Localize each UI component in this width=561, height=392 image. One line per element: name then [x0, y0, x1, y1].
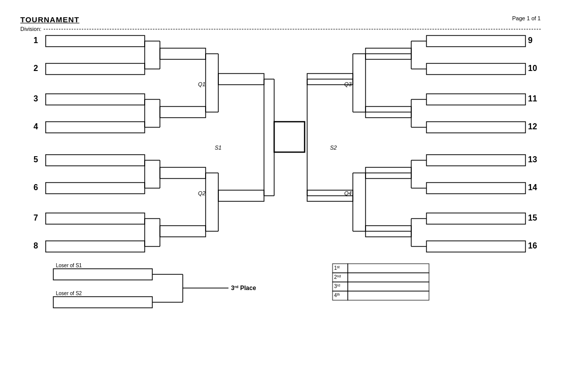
svg-rect-26 — [46, 213, 145, 224]
svg-text:9: 9 — [528, 36, 533, 45]
bracket-svg: 1 2 3 4 5 6 7 8 9 10 11 12 13 14 15 16 Q… — [15, 28, 548, 342]
svg-rect-27 — [46, 241, 145, 252]
svg-text:12: 12 — [528, 122, 537, 131]
svg-text:14: 14 — [528, 183, 537, 192]
svg-text:3rd Place: 3rd Place — [231, 284, 256, 292]
svg-rect-122 — [348, 282, 429, 291]
svg-text:1st: 1st — [334, 265, 340, 271]
svg-text:16: 16 — [528, 241, 537, 250]
svg-rect-8 — [46, 122, 145, 133]
svg-text:5: 5 — [34, 155, 38, 164]
tournament-page: TOURNAMENT Page 1 of 1 Division: — [0, 0, 561, 392]
svg-text:Q3: Q3 — [344, 81, 352, 87]
svg-text:6: 6 — [34, 183, 38, 192]
svg-rect-63 — [426, 155, 525, 166]
svg-text:Q4: Q4 — [344, 190, 352, 196]
svg-rect-70 — [426, 213, 525, 224]
svg-rect-1 — [46, 63, 145, 75]
svg-text:3rd: 3rd — [334, 283, 340, 290]
svg-rect-51 — [426, 122, 525, 133]
svg-text:15: 15 — [528, 213, 537, 222]
svg-rect-42 — [274, 122, 305, 152]
svg-rect-119 — [348, 273, 429, 282]
svg-rect-50 — [426, 94, 525, 105]
svg-rect-13 — [160, 106, 206, 118]
svg-rect-7 — [46, 94, 145, 105]
svg-text:Q1: Q1 — [198, 81, 206, 87]
svg-rect-106 — [53, 269, 152, 280]
svg-rect-43 — [426, 35, 525, 47]
svg-rect-116 — [348, 264, 429, 273]
svg-rect-18 — [218, 74, 264, 85]
svg-text:Loser of S1: Loser of S1 — [56, 263, 82, 268]
svg-rect-125 — [348, 291, 429, 300]
tournament-title: TOURNAMENT — [20, 15, 79, 24]
header: TOURNAMENT Page 1 of 1 — [20, 15, 541, 24]
svg-text:S2: S2 — [330, 145, 337, 151]
svg-text:4: 4 — [34, 122, 38, 131]
svg-text:13: 13 — [528, 155, 537, 164]
svg-rect-25 — [160, 167, 206, 179]
svg-rect-0 — [46, 35, 145, 47]
svg-rect-37 — [218, 190, 264, 201]
page-number: Page 1 of 1 — [512, 15, 541, 21]
svg-text:Loser of S2: Loser of S2 — [56, 291, 82, 296]
svg-rect-20 — [46, 183, 145, 194]
svg-text:S1: S1 — [215, 145, 221, 151]
svg-text:8: 8 — [34, 241, 38, 250]
svg-rect-64 — [426, 183, 525, 194]
svg-text:Q2: Q2 — [198, 190, 206, 196]
svg-text:10: 10 — [528, 64, 537, 73]
svg-text:7: 7 — [34, 213, 38, 222]
svg-rect-71 — [426, 241, 525, 252]
svg-rect-6 — [160, 48, 206, 59]
svg-text:2nd: 2nd — [334, 274, 341, 280]
svg-text:11: 11 — [528, 94, 537, 103]
svg-rect-19 — [46, 155, 145, 166]
svg-text:3: 3 — [34, 94, 38, 103]
svg-text:2: 2 — [34, 64, 38, 73]
svg-rect-32 — [160, 226, 206, 237]
svg-text:1: 1 — [34, 36, 38, 45]
svg-rect-107 — [53, 297, 152, 308]
svg-rect-44 — [426, 63, 525, 75]
svg-text:4th: 4th — [334, 293, 340, 299]
